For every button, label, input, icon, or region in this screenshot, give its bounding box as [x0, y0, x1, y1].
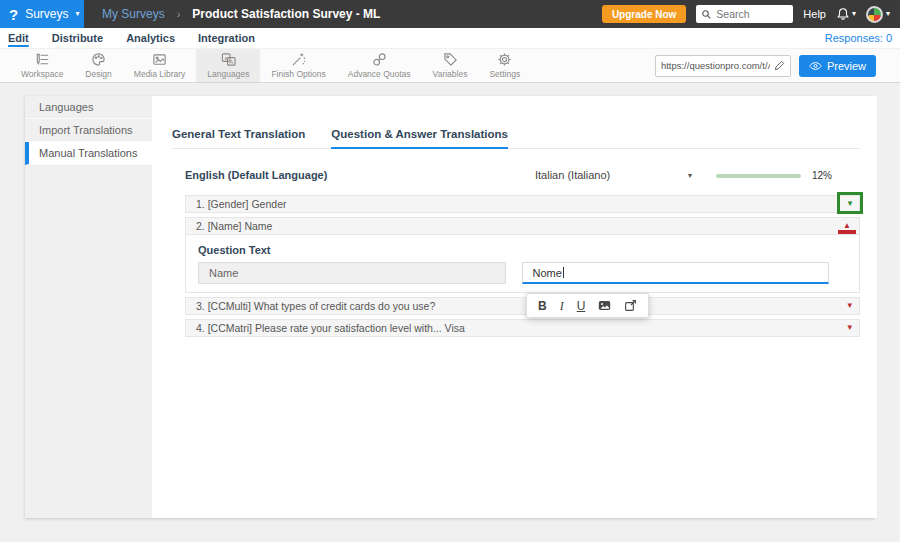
expand-question-1-button[interactable]: ▾	[837, 192, 863, 214]
question-row-2[interactable]: 2. [Name] Name ▲	[185, 217, 860, 235]
survey-nav: Edit Distribute Analytics Integration Re…	[0, 28, 900, 49]
insert-link-button[interactable]	[624, 299, 637, 312]
format-toolbar: B I U	[526, 293, 649, 318]
tag-icon	[443, 52, 458, 67]
source-question-text-value: Name	[209, 267, 238, 279]
nav-tab-integration[interactable]: Integration	[198, 32, 255, 44]
toolbar-item-variables[interactable]: Variables	[422, 49, 479, 82]
collapse-underline	[838, 230, 856, 234]
text-cursor	[563, 267, 564, 278]
chevron-down-icon: ▾	[886, 10, 890, 18]
upgrade-now-button[interactable]: Upgrade Now	[602, 5, 686, 23]
question-row-1[interactable]: 1. [Gender] Gender ▾	[185, 195, 860, 213]
translate-icon: aA	[221, 52, 236, 67]
italic-button[interactable]: I	[560, 300, 564, 312]
translations-sidebar: Languages Import Translations Manual Tra…	[25, 96, 152, 518]
toolbar-item-media-library[interactable]: Media Library	[123, 49, 197, 82]
toolbar-item-label: Workspace	[21, 69, 63, 79]
survey-url[interactable]: https://questionpro.com/t/AW22Zd1S1	[656, 60, 770, 71]
surveys-app-menu[interactable]: ? Surveys ▾	[0, 0, 84, 28]
target-question-text-input[interactable]: Nome	[522, 262, 830, 284]
bell-icon	[836, 7, 850, 21]
edit-url-button[interactable]	[770, 56, 790, 76]
chevron-down-icon: ▾	[852, 10, 856, 18]
toolbar-item-label: Media Library	[134, 69, 186, 79]
collapse-question-2-button[interactable]: ▲	[838, 223, 856, 234]
question-2-editor: Question Text Name Nome	[185, 231, 860, 293]
search-input[interactable]	[716, 8, 788, 20]
nav-tab-analytics[interactable]: Analytics	[126, 32, 175, 44]
breadcrumb-separator: ›	[177, 8, 181, 20]
breadcrumb: My Surveys › Product Satisfaction Survey…	[102, 7, 380, 21]
question-row-label: 3. [CCMulti] What types of credit cards …	[196, 300, 435, 312]
magic-wand-icon	[291, 52, 306, 67]
chain-links-icon	[372, 52, 387, 67]
question-row-3[interactable]: 3. [CCMulti] What types of credit cards …	[185, 297, 860, 315]
account-menu[interactable]: ▾	[866, 6, 890, 23]
responses-count[interactable]: Responses: 0	[825, 32, 892, 44]
chevron-down-icon[interactable]: ▾	[847, 323, 852, 332]
toolbar-item-label: Variables	[433, 69, 468, 79]
survey-title: Product Satisfaction Survey - ML	[192, 7, 380, 21]
chevron-down-icon: ▾	[848, 199, 853, 208]
language-header-row: English (Default Language) Italian (Ital…	[172, 169, 860, 183]
sidebar-item-import-translations[interactable]: Import Translations	[25, 119, 152, 142]
translations-content: General Text Translation Question & Answ…	[152, 96, 877, 518]
question-row-label: 2. [Name] Name	[196, 220, 272, 232]
sidebar-item-languages[interactable]: Languages	[25, 96, 152, 119]
source-language-label: English (Default Language)	[185, 169, 327, 181]
toolbar-item-finish-options[interactable]: Finish Options	[260, 49, 336, 82]
sidebar-item-manual-translations[interactable]: Manual Translations	[25, 142, 152, 165]
global-search[interactable]	[696, 5, 793, 23]
edit-toolbar: Workspace Design Media Library aA Langua…	[0, 49, 900, 83]
palette-icon	[91, 52, 106, 67]
question-row-4[interactable]: 4. [CCMatri] Please rate your satisfacti…	[185, 319, 860, 337]
app-window: ? Surveys ▾ My Surveys › Product Satisfa…	[0, 0, 900, 542]
app-menu-label: Surveys	[25, 7, 68, 21]
toolbar-item-label: Advance Quotas	[348, 69, 411, 79]
tab-general-text-translation[interactable]: General Text Translation	[172, 128, 305, 148]
bold-button[interactable]: B	[538, 300, 547, 312]
chevron-up-icon: ▲	[843, 223, 851, 229]
translation-progress-percent: 12%	[812, 170, 832, 181]
target-language-select-value[interactable]: Italian (Italiano)	[535, 169, 610, 181]
eye-icon	[809, 61, 822, 71]
question-rows: 1. [Gender] Gender ▾ 2. [Name] Name ▲	[185, 195, 860, 337]
translations-panel: Languages Import Translations Manual Tra…	[25, 96, 875, 518]
preview-button[interactable]: Preview	[799, 55, 876, 77]
survey-url-box: https://questionpro.com/t/AW22Zd1S1	[655, 55, 791, 77]
top-bar: ? Surveys ▾ My Surveys › Product Satisfa…	[0, 0, 900, 28]
questionpro-logo-icon: ?	[9, 7, 18, 22]
tab-question-answer-translations[interactable]: Question & Answer Translations	[331, 128, 508, 149]
underline-button[interactable]: U	[577, 300, 586, 312]
breadcrumb-my-surveys[interactable]: My Surveys	[102, 7, 165, 21]
workspace-list-icon	[35, 52, 50, 67]
toolbar-item-label: Settings	[489, 69, 520, 79]
toolbar-item-workspace[interactable]: Workspace	[10, 49, 74, 82]
chevron-down-icon: ▾	[76, 10, 80, 18]
question-row-label: 1. [Gender] Gender	[196, 198, 286, 210]
target-question-text-value: Nome	[533, 267, 562, 279]
toolbar-item-label: Finish Options	[271, 69, 325, 79]
pencil-icon	[774, 60, 785, 71]
insert-image-button[interactable]	[598, 299, 611, 312]
media-image-icon	[152, 52, 167, 67]
notifications-menu[interactable]: ▾	[836, 7, 856, 21]
avatar	[866, 6, 883, 23]
help-link[interactable]: Help	[803, 8, 826, 20]
toolbar-item-languages[interactable]: aA Languages	[196, 49, 260, 82]
chevron-down-icon[interactable]: ▾	[688, 171, 692, 180]
svg-text:A: A	[229, 59, 233, 65]
translation-progress-bar	[716, 174, 801, 178]
toolbar-item-advance-quotas[interactable]: Advance Quotas	[337, 49, 422, 82]
chevron-down-icon[interactable]: ▾	[847, 301, 852, 310]
translation-tabs: General Text Translation Question & Answ…	[172, 128, 860, 149]
nav-tab-edit[interactable]: Edit	[8, 32, 29, 44]
toolbar-item-settings[interactable]: Settings	[478, 49, 531, 82]
toolbar-item-design[interactable]: Design	[74, 49, 122, 82]
toolbar-item-label: Languages	[207, 69, 249, 79]
question-text-label: Question Text	[198, 244, 829, 256]
gear-icon	[497, 52, 512, 67]
preview-label: Preview	[827, 60, 866, 72]
nav-tab-distribute[interactable]: Distribute	[52, 32, 103, 44]
